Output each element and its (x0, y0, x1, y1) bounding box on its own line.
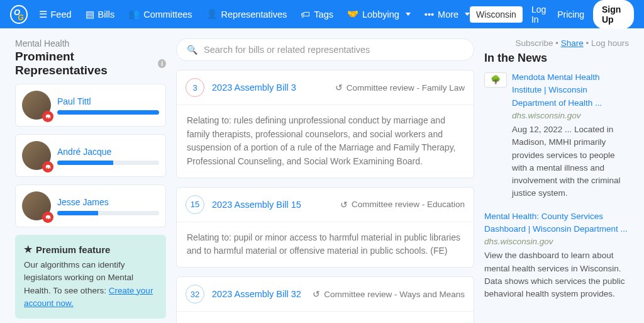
bill-status: ↺Committee review - Ways and Means (313, 289, 465, 299)
rep-name[interactable]: André Jacque (57, 147, 159, 157)
nav-bills[interactable]: ▤Bills (86, 9, 115, 20)
info-icon[interactable]: i (158, 59, 166, 68)
history-icon: ↺ (340, 200, 348, 210)
avatar (22, 191, 51, 220)
nav-feed[interactable]: ☰Feed (39, 9, 72, 20)
people-icon: 👥 (128, 9, 140, 20)
bill-status: ↺Committee review - Education (340, 200, 465, 210)
rep-name[interactable]: Paul Tittl (57, 96, 159, 106)
subscribe-link[interactable]: Subscribe (515, 38, 553, 48)
history-icon: ↺ (313, 289, 320, 299)
rep-card[interactable]: Paul Tittl (15, 84, 166, 127)
login-link[interactable]: Log In (531, 4, 548, 25)
search-bar[interactable]: 🔍 (176, 38, 474, 61)
bill-description: Relating to: rules defining unprofession… (177, 105, 474, 178)
premium-text: Our algorithms can identify legislators … (24, 259, 157, 310)
news-description: Aug 12, 2022 ... Located in Madison, MMH… (512, 123, 629, 200)
logo[interactable] (10, 5, 28, 24)
bill-number-badge: 32 (186, 285, 204, 303)
bill-card[interactable]: 3 2023 Assembly Bill 3 ↺Committee review… (176, 70, 474, 178)
list-icon: ☰ (39, 9, 47, 20)
top-links: Subscribe • Share • Log hours (484, 38, 629, 48)
bill-title[interactable]: 2023 Assembly Bill 3 (212, 82, 296, 93)
signup-button[interactable]: Sign Up (593, 0, 634, 29)
news-heading: In the News (484, 52, 629, 65)
nav-right: Wisconsin Log In Pricing Sign Up (470, 0, 634, 29)
news-item: Mendota Mental Health Institute | Wiscon… (484, 71, 629, 200)
rep-card[interactable]: André Jacque (15, 134, 166, 177)
bill-number-badge: 15 (186, 195, 204, 214)
right-column: Subscribe • Share • Log hours In the New… (484, 38, 629, 323)
news-description: View the dashboard to learn about mental… (484, 249, 629, 300)
bill-status: ↺Committee review - Family Law (335, 82, 465, 93)
party-badge-icon (42, 111, 53, 122)
section-title: Prominent Representativesi (15, 50, 166, 77)
bill-card[interactable]: 15 2023 Assembly Bill 15 ↺Committee revi… (176, 187, 474, 268)
bill-description: Relating to: creating an individual inco… (177, 312, 474, 323)
dots-icon: ••• (425, 9, 434, 20)
bill-title[interactable]: 2023 Assembly Bill 15 (212, 200, 301, 210)
avatar (22, 141, 51, 170)
bill-header: 3 2023 Assembly Bill 3 ↺Committee review… (177, 71, 474, 105)
bill-description: Relating to: pupil or minor access to ha… (177, 222, 474, 267)
party-badge-icon (42, 161, 53, 173)
nav-lobbying[interactable]: 🤝Lobbying (347, 9, 411, 20)
navbar: ☰Feed ▤Bills 👥Committees 👤Representative… (0, 0, 644, 28)
score-bar (57, 161, 159, 165)
news-source: dhs.wisconsin.gov (484, 235, 629, 248)
tag-name: Mental Health (15, 38, 166, 48)
premium-title: ★Premium feature (24, 244, 157, 255)
party-badge-icon (42, 212, 53, 223)
news-link[interactable]: Mendota Mental Health Institute | Wiscon… (512, 71, 629, 110)
rep-name[interactable]: Jesse James (57, 197, 159, 207)
avatar (22, 91, 51, 120)
document-icon: ▤ (86, 9, 94, 20)
bill-title[interactable]: 2023 Assembly Bill 32 (212, 289, 301, 299)
bill-card[interactable]: 32 2023 Assembly Bill 32 ↺Committee revi… (176, 276, 474, 323)
news-source: dhs.wisconsin.gov (512, 110, 629, 122)
log-hours-link[interactable]: Log hours (591, 38, 629, 48)
history-icon: ↺ (335, 82, 343, 93)
chevron-down-icon (465, 13, 470, 16)
bill-number-badge: 3 (186, 78, 204, 97)
chevron-down-icon (406, 13, 411, 16)
handshake-icon: 🤝 (347, 9, 358, 20)
nav-representatives[interactable]: 👤Representatives (206, 9, 287, 20)
nav-more[interactable]: •••More (425, 9, 470, 20)
nav-tags[interactable]: 🏷Tags (301, 9, 333, 20)
nav-committees[interactable]: 👥Committees (128, 9, 192, 20)
premium-box: ★Premium feature Our algorithms can iden… (15, 235, 166, 319)
person-icon: 👤 (206, 9, 218, 20)
search-icon: 🔍 (187, 45, 197, 55)
rep-card[interactable]: Jesse James (15, 184, 166, 227)
pricing-link[interactable]: Pricing (557, 9, 584, 20)
score-bar (57, 211, 159, 215)
news-thumbnail (484, 72, 507, 88)
nav-links: ☰Feed ▤Bills 👥Committees 👤Representative… (39, 9, 470, 20)
score-bar (57, 110, 159, 115)
news-link[interactable]: Mental Health: County Services Dashboard… (484, 210, 629, 236)
news-item: Mental Health: County Services Dashboard… (484, 210, 629, 301)
page: Mental Health Prominent Representativesi… (0, 28, 644, 323)
left-column: Mental Health Prominent Representativesi… (15, 38, 166, 323)
state-selector[interactable]: Wisconsin (470, 6, 523, 23)
share-link[interactable]: Share (561, 38, 584, 48)
middle-column: 🔍 3 2023 Assembly Bill 3 ↺Committee revi… (176, 38, 474, 323)
search-input[interactable] (204, 45, 464, 55)
bill-header: 32 2023 Assembly Bill 32 ↺Committee revi… (177, 277, 474, 312)
tag-icon: 🏷 (301, 9, 310, 20)
star-icon: ★ (24, 244, 32, 255)
bill-header: 15 2023 Assembly Bill 15 ↺Committee revi… (177, 188, 474, 222)
